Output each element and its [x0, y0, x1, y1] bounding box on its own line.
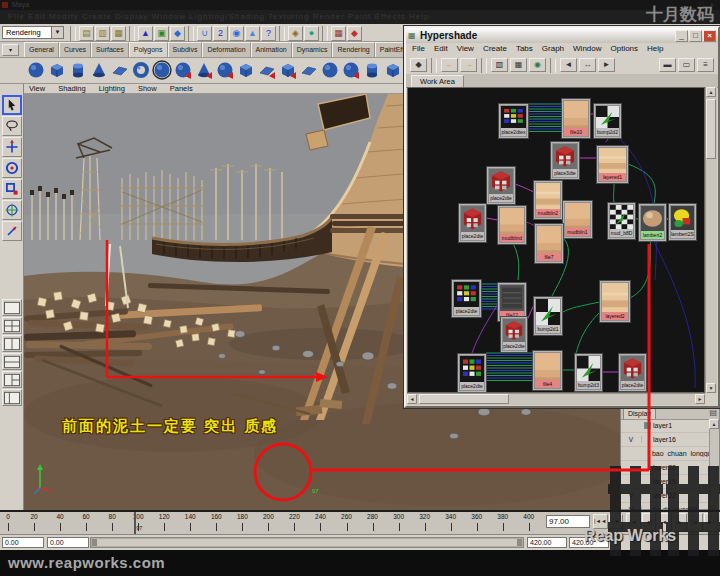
close-button[interactable]: ×: [703, 30, 716, 42]
show-manipulator-tool[interactable]: [2, 221, 22, 241]
shader-node-bump2d1[interactable]: bump2d1: [534, 297, 562, 335]
layer-row-layer1[interactable]: layer1: [621, 419, 709, 433]
shelf-tab-curves[interactable]: Curves: [59, 42, 91, 57]
scale-tool[interactable]: [2, 179, 22, 199]
hypershade-horizontal-scrollbar[interactable]: ◄ ►: [407, 393, 705, 405]
back-icon[interactable]: ←: [441, 58, 458, 72]
scroll-up-icon[interactable]: ▲: [709, 419, 719, 429]
shelf-tab-general[interactable]: General: [24, 42, 59, 57]
hypershade-menu-window[interactable]: Window: [573, 43, 601, 56]
menu-set-selector[interactable]: Rendering ▼: [2, 26, 64, 39]
smooth-proxy-icon[interactable]: [152, 60, 173, 82]
select-component-icon[interactable]: ◆: [170, 26, 185, 41]
merge-vertices-icon[interactable]: [278, 60, 299, 82]
shader-node-file12[interactable]: file12: [498, 283, 526, 321]
scroll-left-icon[interactable]: ◄: [407, 394, 417, 404]
minimize-button[interactable]: _: [675, 30, 688, 42]
shader-node-mudblind[interactable]: mudblind: [498, 206, 526, 244]
show-top-tabs-icon[interactable]: ▬: [659, 58, 676, 72]
hypershade-menu-create[interactable]: Create: [483, 43, 507, 56]
rotate-tool[interactable]: [2, 158, 22, 178]
layout-two-vertical-button[interactable]: [2, 335, 22, 352]
shader-node-lambert2SG[interactable]: lambert2SG: [669, 204, 696, 240]
snap-point-icon[interactable]: ◉: [229, 26, 244, 41]
layout-three-split-button[interactable]: [2, 371, 22, 388]
poly-plane-icon[interactable]: [110, 60, 131, 82]
mirror-geometry-icon[interactable]: [299, 60, 320, 82]
shader-node-file7[interactable]: file7: [535, 224, 563, 263]
shader-node-layered1[interactable]: layered1: [597, 146, 628, 183]
range-slider-bar[interactable]: [92, 539, 522, 546]
scroll-up-icon[interactable]: ▲: [706, 87, 716, 97]
tab-display[interactable]: Display: [623, 407, 656, 419]
shader-node-lambert2[interactable]: lambert2: [639, 204, 666, 241]
shader-node-place2dte[interactable]: place2dte: [619, 354, 646, 391]
playback-start-field[interactable]: 0.00: [47, 537, 89, 548]
scroll-thumb[interactable]: [706, 99, 716, 159]
rearrange-graph-icon[interactable]: ▦: [510, 58, 527, 72]
shader-node-file10[interactable]: file10: [562, 99, 590, 138]
playback-end-field[interactable]: 420.00: [527, 537, 567, 548]
move-tool[interactable]: [2, 137, 22, 157]
layout-two-horizontal-button[interactable]: [2, 353, 22, 370]
panel-menu-panels[interactable]: Panels: [170, 84, 193, 93]
universal-manipulator-tool[interactable]: [2, 200, 22, 220]
panel-menu-view[interactable]: View: [29, 84, 45, 93]
wedge-face-icon[interactable]: [362, 60, 383, 82]
panel-menu-lighting[interactable]: Lighting: [99, 84, 125, 93]
show-material-nodes-icon[interactable]: ◉: [529, 58, 546, 72]
layer-options-icon[interactable]: ▤: [709, 408, 717, 417]
hypershade-titlebar[interactable]: ▦ Hypershade _□×: [406, 28, 718, 43]
snap-curve-icon[interactable]: 2: [213, 26, 228, 41]
shelf-tab-polygons[interactable]: Polygons: [129, 42, 168, 57]
hypershade-menu-options[interactable]: Options: [611, 43, 639, 56]
clear-graph-icon[interactable]: ▧: [491, 58, 508, 72]
toggle-create-bar-icon[interactable]: ◆: [410, 58, 427, 72]
hypershade-menu-edit[interactable]: Edit: [434, 43, 448, 56]
shader-node-place2dte[interactable]: place2dte: [459, 204, 486, 242]
shelf-tab-deformation[interactable]: Deformation: [202, 42, 250, 57]
range-handle-left[interactable]: [92, 539, 97, 546]
reduce-icon[interactable]: [341, 60, 362, 82]
shelf-tab-surfaces[interactable]: Surfaces: [91, 42, 129, 57]
shader-node-place2dte[interactable]: place2dte: [452, 280, 481, 317]
shader-node-layered2[interactable]: layered2: [600, 281, 630, 322]
shader-node-mud_b8D[interactable]: mud_b8D: [608, 203, 635, 239]
hypershade-menu-view[interactable]: View: [457, 43, 474, 56]
hypershade-menu-help[interactable]: Help: [647, 43, 663, 56]
ipr-render-icon[interactable]: ▦: [331, 26, 346, 41]
poly-sphere-icon[interactable]: [26, 60, 47, 82]
hypershade-menu-file[interactable]: File: [412, 43, 425, 56]
extrude-face-icon[interactable]: [236, 60, 257, 82]
layer-row-bao_chuan_longgu[interactable]: bao_chuan_longgu: [621, 447, 709, 461]
scroll-down-icon[interactable]: ▼: [706, 383, 716, 393]
current-time-marker[interactable]: 97: [134, 512, 136, 534]
poly-cube-icon[interactable]: [47, 60, 68, 82]
bevel-icon[interactable]: [383, 60, 404, 82]
split-polygon-icon[interactable]: [215, 60, 236, 82]
chevron-down-icon[interactable]: ▼: [51, 27, 63, 38]
panel-menu-shading[interactable]: Shading: [58, 84, 86, 93]
extrude-edge-icon[interactable]: [257, 60, 278, 82]
poly-cone-icon[interactable]: [89, 60, 110, 82]
range-handle-right[interactable]: [517, 539, 522, 546]
output-connections-icon[interactable]: ►: [598, 58, 615, 72]
scroll-thumb[interactable]: [419, 394, 509, 404]
layer-color-swatch[interactable]: [644, 422, 651, 429]
shelf-tab-dynamics[interactable]: Dynamics: [292, 42, 333, 57]
combine-icon[interactable]: [173, 60, 194, 82]
shader-node-place2dte[interactable]: place2dte: [458, 354, 486, 392]
poly-torus-icon[interactable]: [131, 60, 152, 82]
open-scene-icon[interactable]: ▥: [95, 26, 110, 41]
maximize-button[interactable]: □: [689, 30, 702, 42]
shelf-menu-button[interactable]: ▾: [2, 44, 19, 56]
hypershade-vertical-scrollbar[interactable]: ▲ ▼: [705, 87, 717, 393]
shelf-tab-animation[interactable]: Animation: [251, 42, 292, 57]
snap-plane-icon[interactable]: ▲: [245, 26, 260, 41]
shader-node-place3dte[interactable]: place3dte: [551, 142, 579, 179]
shader-node-place2dtex[interactable]: place2dtex: [499, 104, 528, 138]
smooth-icon[interactable]: [320, 60, 341, 82]
snap-grid-icon[interactable]: ∪: [197, 26, 212, 41]
poly-cylinder-icon[interactable]: [68, 60, 89, 82]
shelf-tab-rendering[interactable]: Rendering: [332, 42, 374, 57]
